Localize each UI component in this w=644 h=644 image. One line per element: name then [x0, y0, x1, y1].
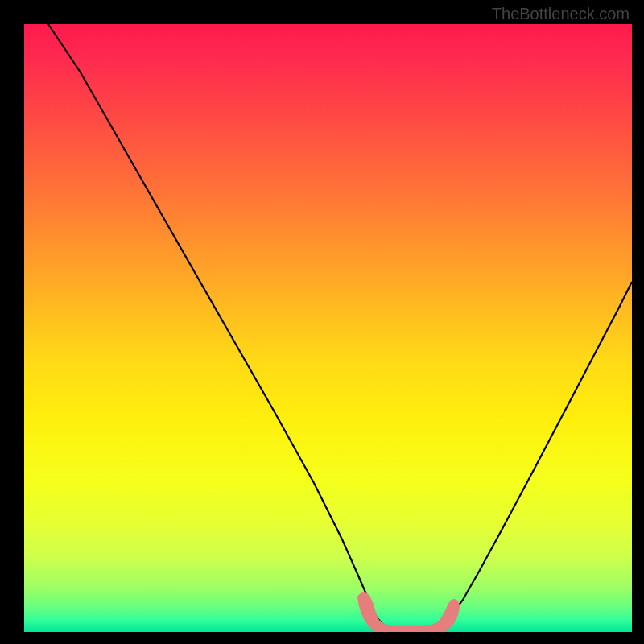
bottleneck-curve [24, 24, 632, 632]
curve-path [48, 24, 632, 630]
highlight-end-dot [449, 599, 459, 609]
watermark-text: TheBottleneck.com [492, 5, 630, 23]
highlight-region [361, 596, 456, 632]
